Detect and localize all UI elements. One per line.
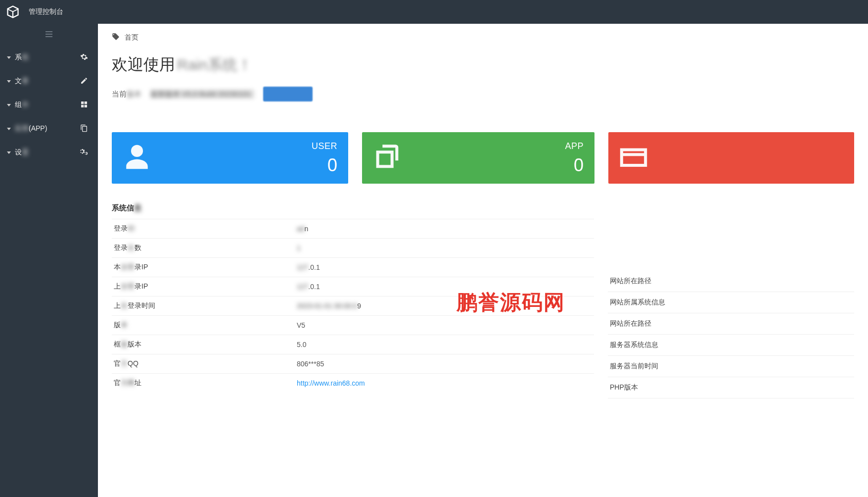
table-row: 上次登录时间2023-01-01 00:00:09 <box>112 297 594 316</box>
list-item: PHP版本 <box>608 377 854 398</box>
card-label: APP <box>565 141 584 151</box>
copy-icon <box>373 143 402 173</box>
stats-cards: USER 0 APP 0 <box>112 132 854 184</box>
chevron-down-icon <box>7 151 11 154</box>
system-info-panel: 系统信息 登录IDadn登录次数1本次登录IP127.0.1上次登录IP127.… <box>112 201 594 398</box>
table-row: 框架版本5.0 <box>112 335 594 354</box>
sidebar-toggle[interactable] <box>0 24 98 46</box>
list-item: 网站所属系统信息 <box>608 292 854 313</box>
card-value: 0 <box>565 155 584 175</box>
nav-app[interactable]: 应用(APP) <box>0 117 98 141</box>
chevron-down-icon <box>7 80 11 83</box>
version-badge[interactable] <box>263 87 313 101</box>
card-value: 0 <box>312 155 337 175</box>
breadcrumb-home[interactable]: 首页 <box>125 33 138 42</box>
header-bar: 管理控制台 <box>0 0 868 24</box>
welcome-subtitle: 当前版本 最新版本 V5.0 Build 20230101 <box>112 87 854 101</box>
grid-icon <box>80 100 88 110</box>
breadcrumb: 首页 <box>98 24 868 49</box>
table-row: 登录次数1 <box>112 239 594 258</box>
system-info-table: 登录IDadn登录次数1本次登录IP127.0.1上次登录IP127.0.1上次… <box>112 219 594 393</box>
gear-icon <box>80 53 88 62</box>
table-row: 本次登录IP127.0.1 <box>112 258 594 277</box>
list-item: 网站所在路径 <box>608 313 854 335</box>
nav-article[interactable]: 文章 <box>0 69 98 93</box>
stat-card-app[interactable]: APP 0 <box>362 132 594 184</box>
stat-card-user[interactable]: USER 0 <box>112 132 348 184</box>
edit-icon <box>80 77 88 86</box>
sidebar: 系统 文章 组件 应用(APP) <box>0 24 98 497</box>
list-item: 服务器当前时间 <box>608 356 854 377</box>
tag-icon <box>112 33 120 42</box>
chevron-down-icon <box>7 56 11 59</box>
nav-system[interactable]: 系统 <box>0 46 98 69</box>
user-icon <box>123 143 151 173</box>
table-row: 登录IDadn <box>112 219 594 239</box>
copy-icon <box>80 124 88 134</box>
table-row: 官方QQ806***85 <box>112 354 594 374</box>
chevron-down-icon <box>7 104 11 106</box>
nav-component[interactable]: 组件 <box>0 93 98 117</box>
table-row: 官方网址http://www.rain68.com <box>112 374 594 393</box>
panel-title: 系统信息 <box>112 201 594 217</box>
chevron-down-icon <box>7 128 11 130</box>
header-title: 管理控制台 <box>29 7 63 16</box>
app-logo-icon <box>6 5 20 19</box>
table-row: 上次登录IP127.0.1 <box>112 277 594 297</box>
server-info-panel: 网站所在路径网站所属系统信息网站所在路径服务器系统信息服务器当前时间PHP版本 <box>608 201 854 398</box>
card-label: USER <box>312 141 337 151</box>
main-content: 首页 欢迎使用Rain系统！ 当前版本 最新版本 V5.0 Build 2023… <box>98 24 868 497</box>
table-row: 版本V5 <box>112 316 594 335</box>
stat-card-card[interactable] <box>608 132 854 184</box>
nav-settings[interactable]: 设置 <box>0 141 98 164</box>
list-item: 服务器系统信息 <box>608 335 854 356</box>
credit-card-icon <box>619 143 648 173</box>
gears-icon <box>79 148 88 157</box>
list-item: 网站所在路径 <box>608 271 854 292</box>
welcome-title: 欢迎使用Rain系统！ <box>112 54 854 76</box>
